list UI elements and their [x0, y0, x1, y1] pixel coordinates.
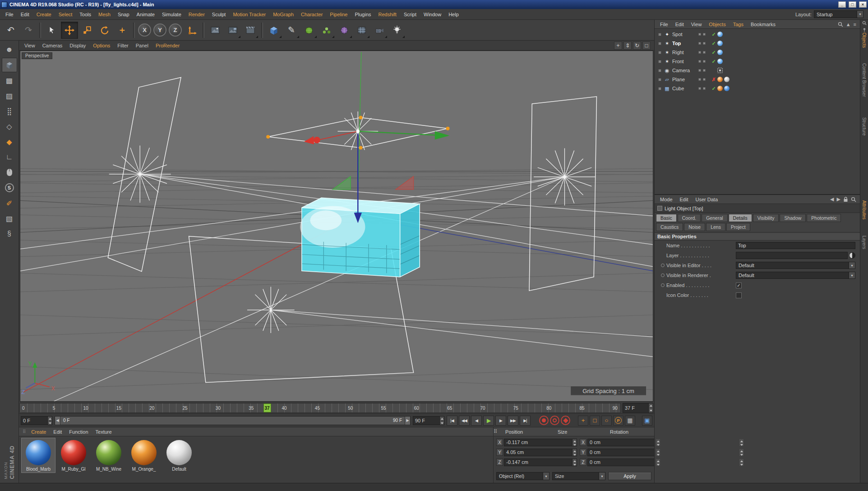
- scroll-up-icon[interactable]: ▲: [846, 22, 851, 27]
- panel-grip-icon[interactable]: ⠿: [494, 429, 497, 435]
- record-keyframe-button[interactable]: [539, 416, 549, 425]
- scene-array-button[interactable]: [353, 22, 370, 39]
- spinner[interactable]: [739, 459, 743, 466]
- animation-toggle-icon[interactable]: [661, 273, 665, 277]
- size-x-field[interactable]: [587, 439, 660, 446]
- menu-item[interactable]: Script: [400, 12, 420, 17]
- keyframe-selection-button[interactable]: [561, 416, 570, 425]
- last-tool-used[interactable]: [114, 22, 131, 39]
- object-manager-menu-item[interactable]: Edit: [672, 22, 688, 27]
- model-mode-button[interactable]: ☻: [2, 42, 17, 57]
- layer-input[interactable]: [736, 252, 848, 259]
- menu-item[interactable]: Pipeline: [326, 12, 351, 17]
- add-cube-button[interactable]: [265, 22, 282, 39]
- menu-item[interactable]: Select: [55, 12, 76, 17]
- icon-color-checkbox[interactable]: [736, 292, 742, 298]
- enable-state-icon[interactable]: ✓: [710, 32, 717, 37]
- viewport-orbit-icon[interactable]: ↻: [633, 42, 641, 50]
- viewport-menu-item[interactable]: Panel: [132, 43, 152, 48]
- menu-item[interactable]: Create: [33, 12, 55, 17]
- light-button[interactable]: [388, 22, 406, 39]
- visibility-dots[interactable]: [698, 69, 710, 72]
- object-name[interactable]: Top: [672, 41, 698, 46]
- object-tag-icon[interactable]: [724, 86, 729, 91]
- minimize-button[interactable]: _: [838, 1, 846, 8]
- current-frame-input[interactable]: [623, 403, 648, 412]
- expand-knob[interactable]: [658, 78, 661, 81]
- attribute-tab[interactable]: Lens: [706, 223, 725, 231]
- y-axis-lock-button[interactable]: Y: [153, 23, 166, 37]
- menu-item[interactable]: Tools: [76, 12, 95, 17]
- spinner[interactable]: [648, 403, 653, 412]
- viewport-zoom-icon[interactable]: ⇕: [623, 42, 632, 50]
- size-z-field[interactable]: [587, 459, 660, 466]
- menu-item[interactable]: Render: [185, 12, 208, 17]
- visibility-dots[interactable]: [698, 60, 710, 63]
- viewport-canvas[interactable]: Y X Z Grid Spacing : 1 cm: [20, 51, 653, 401]
- transport-button[interactable]: |◀: [447, 416, 457, 426]
- expand-knob[interactable]: [658, 69, 661, 72]
- object-row[interactable]: ▱ Plane ✗: [655, 75, 860, 84]
- attribute-tab[interactable]: General: [702, 214, 727, 222]
- pen-spline-tool[interactable]: ✎: [283, 22, 300, 39]
- visible-editor-select[interactable]: Default ▾: [736, 262, 855, 269]
- material-preview-sphere[interactable]: [61, 440, 86, 465]
- perspective-viewport[interactable]: Y X Z Grid Spacing : 1 cm Perspective: [20, 51, 653, 402]
- menu-item[interactable]: Snap: [114, 12, 133, 17]
- object-tag-icon[interactable]: [717, 77, 723, 82]
- expand-knob[interactable]: [658, 87, 661, 90]
- search-icon[interactable]: [862, 21, 867, 26]
- position-y-input[interactable]: [504, 449, 572, 456]
- position-z-input[interactable]: [504, 459, 572, 466]
- attribute-tab[interactable]: Photometric: [807, 214, 841, 222]
- material-menu-item[interactable]: Edit: [50, 429, 65, 435]
- menu-item[interactable]: Animate: [133, 12, 158, 17]
- enabled-checkbox[interactable]: ✓: [736, 283, 742, 288]
- render-to-picture-viewer-button[interactable]: [224, 22, 241, 39]
- position-y-field[interactable]: [504, 449, 577, 456]
- z-axis-lock-button[interactable]: Z: [169, 23, 182, 37]
- animation-toggle-icon[interactable]: [661, 283, 665, 287]
- visible-renderer-select[interactable]: Default ▾: [736, 272, 855, 279]
- attribute-menu-item[interactable]: User Data: [692, 197, 722, 202]
- viewport-solo-button[interactable]: [2, 165, 17, 180]
- object-name[interactable]: Camera: [672, 68, 698, 73]
- material-item[interactable]: M_Ruby_Gl: [57, 438, 90, 472]
- viewport-menu-item[interactable]: ProRender: [152, 43, 183, 48]
- attribute-tab[interactable]: Basic: [656, 214, 677, 222]
- attribute-menu-item[interactable]: Edit: [676, 197, 692, 202]
- object-row[interactable]: ✶ Right ✓: [655, 48, 860, 57]
- spinner[interactable]: [656, 439, 660, 446]
- viewport-menu-item[interactable]: Options: [89, 43, 114, 48]
- material-preview-sphere[interactable]: [26, 440, 51, 465]
- history-forward-icon[interactable]: ▶: [837, 196, 840, 202]
- attribute-tab[interactable]: Noise: [684, 223, 705, 231]
- object-row[interactable]: ✦ Spot ✓: [655, 30, 860, 39]
- spinner[interactable]: [739, 439, 743, 446]
- scale-tool[interactable]: [78, 22, 96, 39]
- object-name[interactable]: Spot: [672, 32, 698, 37]
- tab-structure[interactable]: Structure: [862, 117, 867, 136]
- position-x-input[interactable]: [504, 439, 572, 446]
- object-name[interactable]: Front: [672, 59, 698, 64]
- animation-toggle-icon[interactable]: [661, 264, 665, 267]
- camera-button[interactable]: [371, 22, 388, 39]
- menu-item[interactable]: File: [2, 12, 17, 17]
- coordinate-mode-select[interactable]: Object (Rel) ▾: [496, 472, 549, 480]
- visibility-dots[interactable]: [698, 33, 710, 36]
- current-frame-field[interactable]: [623, 403, 653, 413]
- range-right-grip[interactable]: ▶: [405, 417, 410, 425]
- visibility-dots[interactable]: [698, 42, 710, 45]
- enable-state-icon[interactable]: ✗: [710, 77, 717, 83]
- expand-knob[interactable]: [658, 42, 661, 45]
- object-tag-icon[interactable]: [724, 77, 729, 82]
- enable-state-icon[interactable]: ✓: [710, 59, 717, 65]
- spinner[interactable]: [572, 459, 577, 466]
- viewport-menu-item[interactable]: Filter: [114, 43, 132, 48]
- object-tag-icon[interactable]: [717, 41, 723, 46]
- coordinate-system-button[interactable]: [183, 22, 200, 39]
- texture-mode-button[interactable]: ▩: [2, 73, 17, 88]
- attribute-tab[interactable]: Details: [729, 214, 752, 222]
- deformer-button[interactable]: [336, 22, 353, 39]
- record-position-toggle[interactable]: +: [578, 416, 588, 426]
